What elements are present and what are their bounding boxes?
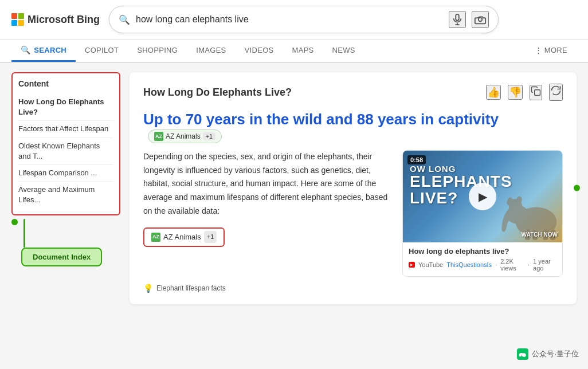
- plus-badge-top: +1: [203, 132, 216, 140]
- doc-index-wrapper: Document Index: [11, 219, 120, 266]
- source-badge-bottom[interactable]: AZ AZ Animals +1: [143, 227, 225, 247]
- video-views: 2.2K views: [500, 258, 524, 272]
- tab-maps[interactable]: MAPS: [283, 40, 323, 62]
- video-channel: ThisQuestionsIs: [446, 261, 492, 268]
- tab-images[interactable]: IMAGES: [187, 40, 235, 62]
- camera-button[interactable]: [472, 11, 489, 28]
- video-meta: YouTube ThisQuestionsIs · 2.2K views · 1…: [409, 258, 556, 272]
- svg-point-13: [507, 197, 512, 204]
- answer-panel: How Long Do Elephants Live? 👍 👎 Up to 70…: [130, 72, 577, 304]
- answer-main-text-content: Up to 70 years in the wild and 88 years …: [143, 111, 499, 128]
- tab-images-label: IMAGES: [196, 46, 226, 54]
- green-dot-top: [11, 219, 18, 225]
- svg-rect-0: [456, 14, 459, 21]
- video-separator: ·: [495, 261, 497, 268]
- tab-videos[interactable]: VIDEOS: [236, 40, 283, 62]
- tab-more-label: ⋮ MORE: [535, 46, 567, 54]
- watch-now-label: WATCH NOW: [522, 231, 558, 238]
- answer-title: How Long Do Elephants Live?: [143, 87, 292, 99]
- plus-badge-bottom: +1: [204, 231, 217, 243]
- green-dot-right: [574, 185, 580, 191]
- doc-index-button[interactable]: Document Index: [21, 248, 102, 266]
- main-content: Content How Long Do Elephants Live? Fact…: [0, 63, 588, 313]
- tab-search[interactable]: 🔍 SEARCH: [11, 40, 76, 62]
- sidebar-item-1[interactable]: Factors that Affect Lifespan: [18, 121, 113, 138]
- video-duration: 0:58: [407, 155, 426, 164]
- search-icons: [449, 11, 489, 28]
- svg-rect-4: [535, 89, 540, 95]
- answer-body-text: Depending on the species, sex, and origi…: [143, 150, 393, 277]
- tab-search-label: SEARCH: [34, 46, 66, 54]
- sidebar-item-0[interactable]: How Long Do Elephants Live?: [18, 94, 113, 121]
- tab-news[interactable]: NEWS: [323, 40, 364, 62]
- search-input[interactable]: [136, 14, 443, 25]
- answer-paragraph: Depending on the species, sex, and origi…: [143, 150, 393, 218]
- logo: Microsoft Bing: [11, 13, 100, 26]
- sidebar-item-4[interactable]: Average and Maximum Lifes...: [18, 182, 113, 208]
- sidebar-item-3[interactable]: Lifespan Comparison ...: [18, 165, 113, 182]
- logo-sq-red: [11, 13, 17, 19]
- svg-point-3: [479, 18, 482, 21]
- video-age: 1 year ago: [533, 258, 556, 272]
- video-card[interactable]: 0:58 OW LONG ELEPHANTS LIVE?: [402, 150, 563, 277]
- answer-actions: 👍 👎: [486, 84, 563, 101]
- sidebar-title: Content: [18, 79, 113, 88]
- play-button[interactable]: ▶: [469, 183, 496, 210]
- source-label-top: AZ Animals: [166, 132, 201, 140]
- video-info: How long do elephants live? YouTube This…: [403, 242, 562, 276]
- tab-news-label: NEWS: [332, 46, 355, 54]
- answer-main-text: Up to 70 years in the wild and 88 years …: [143, 110, 563, 143]
- video-info-title: How long do elephants live?: [409, 247, 556, 256]
- vertical-line: [23, 219, 25, 248]
- video-separator2: ·: [528, 261, 530, 268]
- nav-tabs: 🔍 SEARCH COPILOT SHOPPING IMAGES VIDEOS …: [0, 40, 588, 62]
- tab-maps-label: MAPS: [292, 46, 314, 54]
- tab-copilot-label: COPILOT: [85, 46, 119, 54]
- tab-shopping[interactable]: SHOPPING: [128, 40, 187, 62]
- lifespan-fact: 💡 Elephant lifespan facts: [143, 284, 563, 293]
- thumbs-up-button[interactable]: 👍: [486, 85, 501, 100]
- thumbs-down-button[interactable]: 👎: [508, 85, 523, 100]
- header: Microsoft Bing 🔍: [0, 0, 588, 40]
- search-icon: 🔍: [119, 14, 130, 25]
- logo-sq-blue: [11, 20, 17, 26]
- source-label-bottom: AZ Animals: [163, 231, 201, 244]
- sidebar: Content How Long Do Elephants Live? Fact…: [11, 72, 120, 304]
- logo-squares: [11, 13, 24, 26]
- lamp-icon: 💡: [143, 284, 153, 293]
- refresh-button[interactable]: [549, 84, 563, 101]
- tab-videos-label: VIDEOS: [245, 46, 274, 54]
- az-animals-icon-bottom: AZ: [151, 233, 160, 242]
- answer-body: Depending on the species, sex, and origi…: [143, 150, 563, 277]
- answer-header: How Long Do Elephants Live? 👍 👎: [143, 84, 563, 101]
- video-thumbnail: 0:58 OW LONG ELEPHANTS LIVE?: [403, 151, 562, 242]
- tab-more[interactable]: ⋮ MORE: [526, 40, 577, 62]
- mic-button[interactable]: [449, 11, 466, 28]
- source-badge-top[interactable]: AZ AZ Animals +1: [148, 129, 222, 143]
- lifespan-fact-text: Elephant lifespan facts: [156, 284, 226, 292]
- az-animals-icon: AZ: [154, 132, 163, 141]
- svg-point-14: [517, 196, 522, 203]
- logo-sq-green: [18, 13, 24, 19]
- logo-text: Microsoft Bing: [28, 14, 100, 26]
- tab-copilot[interactable]: COPILOT: [76, 40, 128, 62]
- search-tab-icon: 🔍: [21, 45, 30, 54]
- tab-shopping-label: SHOPPING: [137, 46, 178, 54]
- youtube-icon: [409, 262, 415, 268]
- sidebar-item-2[interactable]: Oldest Known Elephants and T...: [18, 138, 113, 165]
- logo-sq-yellow: [18, 20, 24, 26]
- copy-button[interactable]: [530, 85, 542, 100]
- video-source: YouTube: [418, 261, 443, 268]
- sidebar-box: Content How Long Do Elephants Live? Fact…: [11, 72, 120, 215]
- search-bar: 🔍: [109, 6, 499, 33]
